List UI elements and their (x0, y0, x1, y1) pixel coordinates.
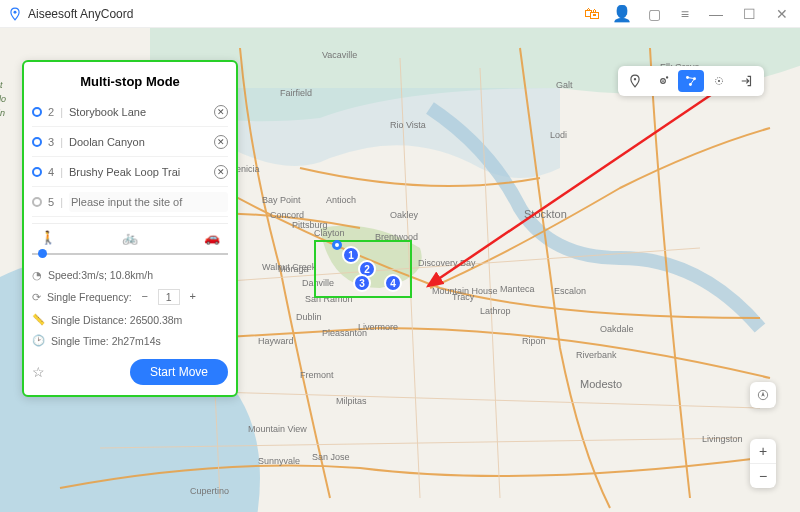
recenter-button[interactable] (750, 382, 776, 408)
start-move-button[interactable]: Start Move (130, 359, 228, 385)
stop-name: Doolan Canyon (69, 136, 208, 148)
svg-text:Oakley: Oakley (390, 210, 419, 220)
repeat-icon: ⟳ (32, 291, 41, 303)
close-icon[interactable]: ✕ (772, 6, 792, 22)
stop-name: Storybook Lane (69, 106, 208, 118)
cart-icon[interactable]: 🛍 (584, 5, 600, 23)
walk-icon[interactable]: 🚶 (40, 230, 56, 245)
workspace: Vacaville Fairfield Rio Vista Napa Bay P… (0, 28, 800, 512)
app-logo-icon (8, 7, 22, 21)
svg-text:Ripon: Ripon (522, 336, 546, 346)
minimize-icon[interactable]: — (705, 6, 727, 22)
route-start-dot (332, 240, 342, 250)
svg-text:Milpitas: Milpitas (336, 396, 367, 406)
stop-number: 3 (48, 136, 54, 148)
car-icon[interactable]: 🚗 (204, 230, 220, 245)
time-info: 🕑 Single Time: 2h27m14s (32, 334, 228, 347)
app-title: Aiseesoft AnyCoord (28, 7, 584, 21)
stop-row[interactable]: 4 | Brushy Peak Loop Trai ✕ (32, 157, 228, 187)
svg-text:Clayton: Clayton (314, 228, 345, 238)
svg-text:Discovery Bay: Discovery Bay (418, 258, 476, 268)
svg-text:allo: allo (0, 94, 6, 104)
stop-number: 2 (48, 106, 54, 118)
remove-stop-icon[interactable]: ✕ (214, 105, 228, 119)
svg-text:Riverbank: Riverbank (576, 350, 617, 360)
favorite-icon[interactable]: ☆ (32, 364, 45, 380)
speed-handle[interactable] (38, 249, 47, 258)
stop-row[interactable]: 2 | Storybook Lane ✕ (32, 97, 228, 127)
frequency-row: ⟳ Single Frequency: − 1 + (32, 289, 228, 305)
mode-multi-stop[interactable] (678, 70, 704, 92)
svg-text:orin: orin (0, 108, 5, 118)
waypoint-1[interactable]: 1 (342, 246, 360, 264)
svg-text:Cupertino: Cupertino (190, 486, 229, 496)
waypoint-4[interactable]: 4 (384, 274, 402, 292)
svg-text:Mountain View: Mountain View (248, 424, 307, 434)
title-buttons: 🛍 👤 ▢ ≡ — ☐ ✕ (584, 4, 792, 23)
radio-icon[interactable] (32, 137, 42, 147)
zoom-out[interactable]: − (750, 464, 776, 488)
bike-icon[interactable]: 🚲 (122, 230, 138, 245)
multistop-panel: Multi-stop Mode 2 | Storybook Lane ✕ 3 |… (22, 60, 238, 397)
svg-text:Livingston: Livingston (702, 434, 743, 444)
svg-text:Livermore: Livermore (358, 322, 398, 332)
svg-text:Concord: Concord (270, 210, 304, 220)
svg-text:Dublin: Dublin (296, 312, 322, 322)
svg-text:Modesto: Modesto (580, 378, 622, 390)
title-bar: Aiseesoft AnyCoord 🛍 👤 ▢ ≡ — ☐ ✕ (0, 0, 800, 28)
zoom-control: + − (750, 439, 776, 488)
svg-point-52 (666, 76, 668, 78)
zoom-in[interactable]: + (750, 439, 776, 463)
remove-stop-icon[interactable]: ✕ (214, 135, 228, 149)
freq-plus[interactable]: + (186, 290, 200, 304)
svg-text:Galt: Galt (556, 80, 573, 90)
stop-input[interactable] (69, 192, 228, 212)
transport-mode: 🚶 🚲 🚗 (32, 223, 228, 247)
distance-info: 📏 Single Distance: 26500.38m (32, 313, 228, 326)
stop-number: 4 (48, 166, 54, 178)
svg-point-0 (14, 10, 17, 13)
mode-one-stop[interactable] (650, 70, 676, 92)
mode-joystick[interactable] (706, 70, 732, 92)
radio-icon[interactable] (32, 197, 42, 207)
ruler-icon: 📏 (32, 313, 45, 326)
svg-text:Oakdale: Oakdale (600, 324, 634, 334)
svg-text:Moraga: Moraga (278, 264, 309, 274)
speed-slider[interactable] (32, 247, 228, 261)
stop-row[interactable]: 3 | Doolan Canyon ✕ (32, 127, 228, 157)
waypoint-3[interactable]: 3 (353, 274, 371, 292)
radio-icon[interactable] (32, 107, 42, 117)
svg-text:Antioch: Antioch (326, 195, 356, 205)
svg-text:San Jose: San Jose (312, 452, 350, 462)
freq-value[interactable]: 1 (158, 289, 180, 305)
svg-text:Bay Point: Bay Point (262, 195, 301, 205)
radio-icon[interactable] (32, 167, 42, 177)
svg-text:Fairfield: Fairfield (280, 88, 312, 98)
gauge-icon: ◔ (32, 269, 42, 281)
svg-text:Hayward: Hayward (258, 336, 294, 346)
remove-stop-icon[interactable]: ✕ (214, 165, 228, 179)
stop-number: 5 (48, 196, 54, 208)
mini-window-icon[interactable]: ▢ (644, 6, 665, 22)
svg-text:Escalon: Escalon (554, 286, 586, 296)
mode-toolbar (618, 66, 764, 96)
menu-icon[interactable]: ≡ (677, 6, 693, 22)
freq-minus[interactable]: − (138, 290, 152, 304)
mode-exit-icon[interactable] (734, 70, 760, 92)
clock-icon: 🕑 (32, 334, 45, 347)
svg-point-51 (662, 80, 664, 82)
mode-modify-location[interactable] (622, 70, 648, 92)
svg-text:Rio Vista: Rio Vista (390, 120, 426, 130)
svg-text:Lodi: Lodi (550, 130, 567, 140)
svg-text:Lathrop: Lathrop (480, 306, 511, 316)
account-icon[interactable]: 👤 (612, 4, 632, 23)
stop-input-row[interactable]: 5 | (32, 187, 228, 217)
svg-text:Mountain House: Mountain House (432, 286, 498, 296)
svg-text:Manteca: Manteca (500, 284, 535, 294)
svg-text:Stockton: Stockton (524, 208, 567, 220)
svg-text:Vacaville: Vacaville (322, 50, 357, 60)
panel-title: Multi-stop Mode (32, 74, 228, 89)
svg-text:Sunnyvale: Sunnyvale (258, 456, 300, 466)
maximize-icon[interactable]: ☐ (739, 6, 760, 22)
speed-info: ◔ Speed:3m/s; 10.8km/h (32, 269, 228, 281)
